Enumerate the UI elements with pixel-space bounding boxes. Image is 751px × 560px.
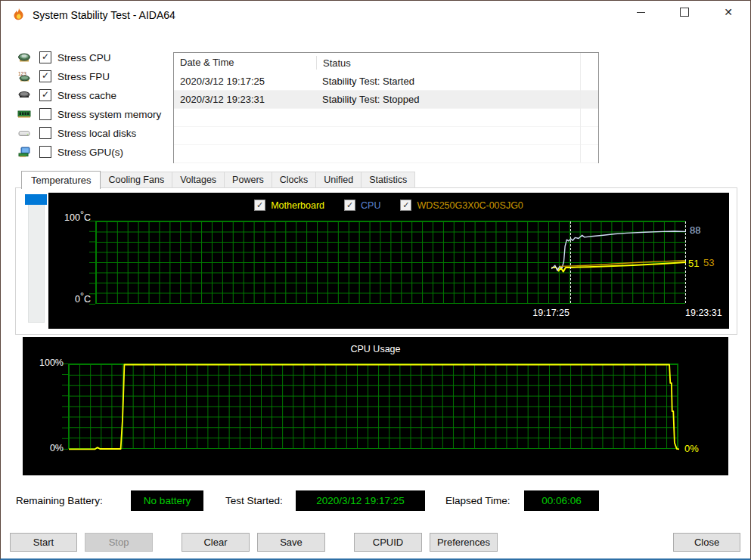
table-row-empty[interactable] (174, 145, 598, 163)
temperatures-tab-panel: ✓ Motherboard ✓ CPU ✓ WDS250G3X0C-00SJG0… (15, 187, 737, 335)
current-time-marker-line (685, 221, 686, 303)
graph-scrollbar-thumb[interactable] (25, 194, 47, 205)
temp-x-tick-end: 19:23:31 (685, 308, 722, 318)
status-label-test-started: Test Started: (225, 495, 283, 506)
series-cpu (551, 231, 686, 271)
graph-scrollbar-track[interactable] (28, 196, 45, 323)
close-window-button[interactable]: ✕ (706, 1, 750, 23)
aida64-flame-icon (11, 7, 27, 23)
table-row[interactable]: 2020/3/12 19:23:31 Stability Test: Stopp… (174, 91, 598, 109)
log-status-cell: Stability Test: Stopped (316, 94, 419, 105)
tab-temperatures[interactable]: Temperatures (21, 171, 101, 189)
legend-label: Motherboard (271, 200, 324, 211)
status-value-remaining-battery: No battery (131, 490, 203, 511)
stress-checkbox[interactable]: ✓ (39, 51, 51, 63)
table-row[interactable]: 2020/3/12 19:17:25 Stability Test: Start… (174, 73, 598, 91)
stress-checkbox[interactable] (39, 108, 51, 120)
test-start-marker-line (570, 221, 571, 303)
cpu-icon (17, 51, 33, 63)
stability-test-window: System Stability Test - AIDA64 ✕ ✓ Stres… (0, 0, 751, 560)
legend-item-cpu: ✓ CPU (344, 200, 380, 211)
stop-button: Stop (85, 533, 153, 552)
minimize-icon (637, 12, 645, 13)
column-header-datetime[interactable]: Date & Time (174, 56, 317, 70)
log-datetime-cell: 2020/3/12 19:23:31 (174, 94, 316, 105)
temp-y-min-label: 0°C (48, 294, 91, 305)
stress-option-stress-gpu-s[interactable]: Stress GPU(s) (17, 144, 161, 160)
fpu-icon: 123 (17, 70, 33, 82)
button-row: StartStopClearSaveCPUIDPreferencesClose (1, 533, 750, 552)
table-header: Date & Time Status (174, 53, 598, 73)
stress-checkbox[interactable]: ✓ (39, 89, 51, 101)
legend-item-wds250g3x0c-00sjg0: ✓ WDS250G3X0C-00SJG0 (400, 200, 523, 211)
stress-option-stress-cpu[interactable]: ✓ Stress CPU (17, 49, 161, 66)
stress-checkbox[interactable] (39, 127, 51, 139)
svg-text:123: 123 (18, 71, 26, 76)
table-row-empty[interactable] (174, 127, 598, 145)
stress-option-label: Stress system memory (57, 109, 161, 120)
titlebar[interactable]: System Stability Test - AIDA64 ✕ (1, 1, 750, 31)
stress-option-stress-fpu[interactable]: 123 ✓ Stress FPU (17, 68, 161, 85)
window-title: System Stability Test - AIDA64 (33, 9, 175, 21)
temperature-legend: ✓ Motherboard ✓ CPU ✓ WDS250G3X0C-00SJG0 (48, 200, 729, 211)
disk-icon (17, 127, 33, 139)
minimize-button[interactable] (619, 1, 663, 23)
status-label-elapsed-time: Elapsed Time: (445, 495, 510, 506)
status-value-elapsed-time: 00:06:06 (524, 490, 599, 511)
tab-unified[interactable]: Unified (315, 172, 362, 188)
legend-item-motherboard: ✓ Motherboard (254, 200, 324, 211)
stress-option-label: Stress local disks (57, 128, 136, 139)
close-button[interactable]: Close (673, 533, 740, 552)
tab-cooling-fans[interactable]: Cooling Fans (100, 172, 172, 188)
stress-option-label: Stress cache (57, 90, 116, 101)
cpuid-button[interactable]: CPUID (354, 533, 422, 552)
legend-checkbox[interactable]: ✓ (254, 200, 265, 211)
log-status-cell: Stability Test: Started (316, 76, 414, 87)
legend-checkbox[interactable]: ✓ (344, 200, 355, 211)
status-label-remaining-battery: Remaining Battery: (16, 495, 103, 506)
cpu-y-ticks (62, 364, 68, 450)
cpu-y-min-label: 0% (27, 443, 64, 453)
temp-x-tick-start: 19:17:25 (525, 308, 569, 318)
gpu-icon (17, 146, 33, 158)
event-log-table: Date & Time Status 2020/3/12 19:17:25 St… (173, 52, 599, 163)
stress-option-stress-cache[interactable]: ✓ Stress cache (17, 87, 161, 104)
tab-clocks[interactable]: Clocks (272, 172, 317, 188)
motherboard-temp-value: 51 (688, 258, 699, 269)
temperature-graph: ✓ Motherboard ✓ CPU ✓ WDS250G3X0C-00SJG0… (48, 193, 729, 329)
tab-powers[interactable]: Powers (224, 172, 272, 188)
status-value-test-started: 2020/3/12 19:17:25 (296, 490, 425, 511)
tab-statistics[interactable]: Statistics (361, 172, 415, 188)
legend-checkbox[interactable]: ✓ (400, 200, 411, 211)
stress-option-stress-system-memory[interactable]: Stress system memory (17, 106, 161, 122)
stress-checkbox[interactable]: ✓ (39, 70, 51, 82)
cpu-usage-title: CPU Usage (23, 344, 728, 354)
preferences-button[interactable]: Preferences (430, 533, 498, 552)
series-cpu-usage (69, 365, 679, 450)
legend-label: WDS250G3X0C-00SJG0 (417, 200, 523, 211)
stress-options-list: ✓ Stress CPU 123 ✓ Stress FPU ✓ Stress c… (17, 49, 161, 160)
stress-option-label: Stress GPU(s) (57, 147, 123, 158)
cpu-temp-value: 88 (690, 224, 700, 236)
temp-y-ticks (89, 221, 95, 305)
clear-button[interactable]: Clear (182, 533, 250, 552)
tab-voltages[interactable]: Voltages (172, 172, 225, 188)
table-scrollbar-gutter (580, 53, 581, 162)
cache-icon (17, 89, 33, 101)
status-bar: Remaining Battery: No battery Test Start… (1, 490, 750, 512)
cpu-usage-end-value: 0% (684, 443, 699, 454)
stress-checkbox[interactable] (39, 146, 51, 158)
stress-option-label: Stress FPU (57, 71, 110, 82)
cpu-plot-area (68, 364, 678, 449)
stress-option-stress-local-disks[interactable]: Stress local disks (17, 125, 161, 141)
stress-option-label: Stress CPU (57, 52, 111, 63)
legend-label: CPU (361, 200, 380, 211)
save-button[interactable]: Save (257, 533, 325, 552)
column-header-status[interactable]: Status (317, 57, 351, 69)
table-row-empty[interactable] (174, 109, 598, 127)
start-button[interactable]: Start (10, 533, 77, 552)
cpu-usage-graph: CPU Usage 100% 0% 0% (23, 337, 728, 475)
drive-temp-value: 53 (703, 257, 714, 268)
maximize-button[interactable] (663, 1, 706, 23)
memory-icon (17, 108, 33, 120)
